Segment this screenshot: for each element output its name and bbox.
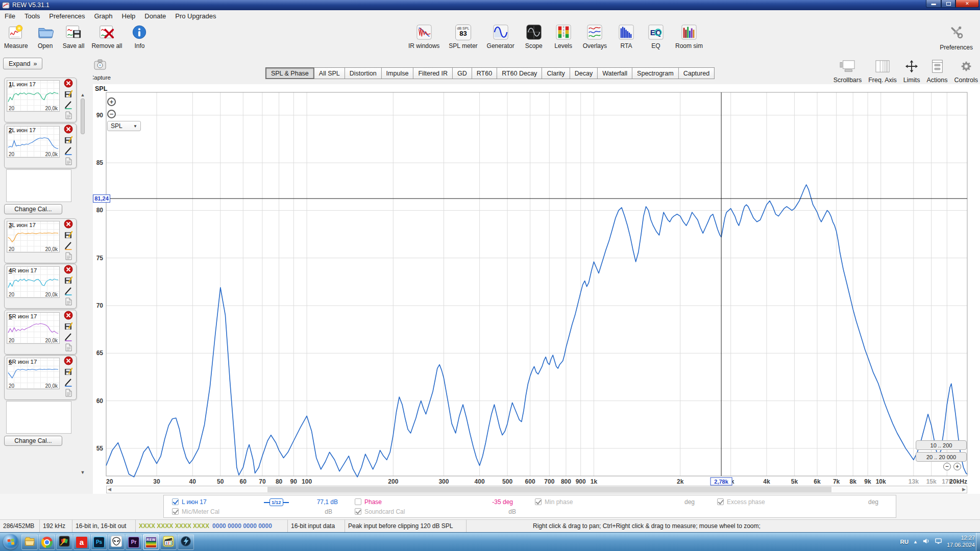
rta-button[interactable]: RTA bbox=[616, 23, 636, 49]
daemon-icon[interactable] bbox=[178, 534, 194, 550]
delete-measurement-icon[interactable] bbox=[64, 79, 74, 88]
measurement-notes[interactable] bbox=[6, 169, 71, 202]
menu-preferences[interactable]: Preferences bbox=[44, 11, 89, 21]
tab-rt60[interactable]: RT60 bbox=[472, 67, 497, 79]
trace-checkbox[interactable] bbox=[172, 498, 179, 505]
save-measurement-icon[interactable] bbox=[64, 230, 74, 240]
range-preset-20-20000[interactable]: 20 .. 20 000 bbox=[916, 452, 967, 462]
notes-icon[interactable] bbox=[64, 111, 74, 120]
tab-impulse[interactable]: Impulse bbox=[382, 67, 414, 79]
tab-decay[interactable]: Decay bbox=[570, 67, 598, 79]
delete-measurement-icon[interactable] bbox=[64, 311, 74, 320]
tab-distortion[interactable]: Distortion bbox=[345, 67, 382, 79]
foobar-icon[interactable] bbox=[108, 534, 125, 550]
save-measurement-icon[interactable] bbox=[64, 89, 74, 99]
tab-spectrogram[interactable]: Spectrogram bbox=[632, 67, 679, 79]
save-all-button[interactable]: Save all bbox=[63, 23, 85, 49]
zoom-out-small-button[interactable]: − bbox=[943, 463, 951, 470]
amd-icon[interactable]: a bbox=[74, 534, 90, 550]
min-phase-checkbox[interactable] bbox=[535, 498, 542, 505]
photoshop-icon[interactable]: Ps bbox=[91, 534, 107, 550]
notes-icon[interactable] bbox=[64, 252, 74, 261]
zoom-in-button[interactable]: + bbox=[107, 97, 116, 106]
delete-measurement-icon[interactable] bbox=[64, 265, 74, 274]
ir-windows-button[interactable]: IR windows bbox=[408, 23, 439, 49]
tab-captured[interactable]: Captured bbox=[679, 67, 715, 79]
overlays-button[interactable]: Overlays bbox=[583, 23, 607, 49]
scrollbar-thumb[interactable] bbox=[81, 98, 85, 134]
change-cal-button[interactable]: Change Cal... bbox=[4, 204, 62, 214]
delete-measurement-icon[interactable] bbox=[64, 219, 74, 229]
scroll-up-icon[interactable]: ▲ bbox=[80, 92, 86, 97]
expand-button[interactable]: Expand» bbox=[3, 58, 42, 69]
info-button[interactable]: Info bbox=[129, 23, 150, 49]
tab-rt60-decay[interactable]: RT60 Decay bbox=[497, 67, 542, 79]
scroll-down-icon[interactable]: ▼ bbox=[80, 470, 86, 475]
phase-checkbox[interactable] bbox=[355, 498, 361, 505]
measurement-card[interactable]: 5R июн 17 20 20,0k bbox=[4, 310, 77, 355]
remove-all-button[interactable]: Remove all bbox=[91, 23, 122, 49]
measurement-card[interactable]: 6R июн 17 20 20,0k bbox=[4, 355, 77, 400]
delete-measurement-icon[interactable] bbox=[64, 356, 74, 366]
mic-cal-checkbox[interactable] bbox=[172, 508, 179, 515]
hidden-icons-icon[interactable]: ▲ bbox=[913, 539, 918, 544]
room-sim-button[interactable]: Room sim bbox=[675, 23, 703, 49]
measurement-card[interactable]: 4R июн 17 20 20,0k bbox=[4, 264, 77, 309]
tab-clarity[interactable]: Clarity bbox=[542, 67, 570, 79]
change-cal-button[interactable]: Change Cal... bbox=[4, 436, 62, 446]
device-icon[interactable] bbox=[935, 537, 942, 547]
volume-icon[interactable] bbox=[922, 537, 930, 547]
limits-button[interactable]: Limits bbox=[903, 59, 920, 84]
language-indicator[interactable]: RU bbox=[900, 539, 909, 545]
scroll-right-icon[interactable]: ▶ bbox=[962, 487, 966, 492]
trace-color-pen-icon[interactable] bbox=[64, 378, 74, 387]
smoothing-badge[interactable]: 1/12 bbox=[264, 498, 289, 506]
menu-donate[interactable]: Donate bbox=[140, 11, 170, 21]
rew-icon[interactable]: REW bbox=[143, 534, 159, 550]
scroll-left-icon[interactable]: ◀ bbox=[108, 487, 111, 492]
measurement-notes[interactable] bbox=[6, 401, 71, 434]
notes-icon[interactable] bbox=[64, 157, 74, 166]
menu-graph[interactable]: Graph bbox=[89, 11, 117, 21]
open-button[interactable]: Open bbox=[35, 23, 56, 49]
save-measurement-icon[interactable] bbox=[64, 321, 74, 331]
measurement-card[interactable]: 1L июн 17 20 20,0k bbox=[4, 78, 77, 122]
klite-icon[interactable]: 321 bbox=[160, 534, 177, 550]
zoom-in-small-button[interactable]: + bbox=[953, 463, 961, 470]
eq-button[interactable]: EQEQ bbox=[646, 23, 666, 49]
tab-waterfall[interactable]: Waterfall bbox=[598, 67, 632, 79]
trace-color-pen-icon[interactable] bbox=[64, 332, 74, 342]
minimize-button[interactable]: ▬ bbox=[926, 0, 941, 8]
maximize-button[interactable] bbox=[941, 0, 955, 8]
generator-button[interactable]: Generator bbox=[487, 23, 514, 49]
menu-tools[interactable]: Tools bbox=[20, 11, 44, 21]
tab-gd[interactable]: GD bbox=[453, 67, 472, 79]
excess-phase-checkbox[interactable] bbox=[717, 498, 724, 505]
delete-measurement-icon[interactable] bbox=[64, 124, 74, 134]
clock[interactable]: 12:27 17.06.2024 bbox=[947, 535, 975, 549]
levels-button[interactable]: 0369Levels bbox=[553, 23, 574, 49]
measurement-card[interactable]: 3L июн 17 20 20,0k bbox=[4, 218, 77, 263]
save-measurement-icon[interactable] bbox=[64, 276, 74, 285]
start-button[interactable] bbox=[3, 534, 18, 549]
save-measurement-icon[interactable] bbox=[64, 367, 74, 377]
notes-icon[interactable] bbox=[64, 343, 74, 353]
spl-meter-button[interactable]: dB SPL83SPL meter bbox=[449, 23, 477, 49]
frequency-scrollbar-thumb[interactable] bbox=[267, 487, 831, 492]
trace-color-pen-icon[interactable] bbox=[64, 241, 74, 251]
tab-filtered-ir[interactable]: Filtered IR bbox=[413, 67, 453, 79]
trace-color-pen-icon[interactable] bbox=[64, 146, 74, 156]
graph-type-dropdown[interactable]: SPL▼ bbox=[107, 121, 141, 131]
notes-icon[interactable] bbox=[64, 388, 74, 398]
tab-spl-phase[interactable]: SPL & Phase bbox=[265, 67, 314, 79]
scope-button[interactable]: Scope bbox=[524, 23, 544, 49]
phase-value[interactable]: -35 deg bbox=[470, 498, 513, 506]
premiere-icon[interactable]: Pr bbox=[126, 534, 142, 550]
range-preset-10-200[interactable]: 10 .. 200 bbox=[916, 440, 967, 450]
scrollbars-button[interactable]: Scrollbars bbox=[834, 59, 862, 84]
zoom-out-button[interactable]: − bbox=[107, 110, 116, 118]
trace-color-pen-icon[interactable] bbox=[64, 100, 74, 110]
controls-button[interactable]: Controls bbox=[954, 59, 978, 84]
preferences-button[interactable]: Preferences bbox=[940, 24, 973, 51]
close-button[interactable]: ✕ bbox=[955, 0, 979, 8]
